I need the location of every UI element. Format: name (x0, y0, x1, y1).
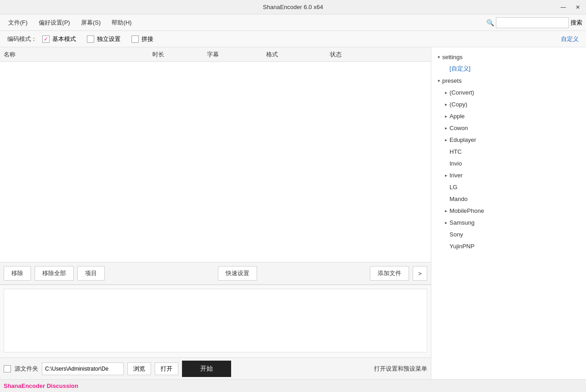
convert-label: (Convert) (450, 89, 474, 96)
eduplayer-label: Eduplayer (450, 136, 476, 143)
info-area (0, 285, 431, 357)
tree-apple[interactable]: Apple (431, 110, 586, 122)
mode-concat-checkbox[interactable] (131, 35, 139, 43)
lg-label: LG (450, 184, 457, 191)
menu-file[interactable]: 文件(F) (4, 17, 32, 29)
mode-independent-checkbox[interactable] (87, 35, 94, 43)
tree-custom[interactable]: [自定义] (431, 63, 586, 75)
add-file-button[interactable]: 添加文件 (370, 266, 409, 281)
mode-independent[interactable]: 独立设置 (87, 35, 121, 43)
discussion-link[interactable]: ShanaEncoder Discussion (4, 382, 78, 389)
tree-eduplayer[interactable]: Eduplayer (431, 134, 586, 146)
htc-label: HTC (450, 148, 462, 155)
status-bar: ShanaEncoder Discussion (0, 379, 586, 392)
tree-samsung[interactable]: Samsung (431, 216, 586, 228)
mando-label: Mando (450, 196, 468, 202)
samsung-label: Samsung (450, 219, 475, 226)
tree-settings[interactable]: settings (431, 51, 586, 63)
tree-htc[interactable]: HTC (431, 146, 586, 157)
invio-label: Invio (450, 160, 462, 167)
toolbar: 编码模式： 基本模式 独立设置 拼接 自定义 (0, 31, 586, 47)
tree-copy[interactable]: (Copy) (431, 98, 586, 110)
settings-arrow (435, 53, 442, 60)
iriver-arrow (442, 171, 450, 179)
tree-yujinpnp[interactable]: YujinPNP (431, 240, 586, 252)
col-name-header: 名称 (4, 50, 131, 59)
close-button[interactable]: ✕ (573, 4, 582, 10)
samsung-arrow (442, 219, 450, 226)
mode-basic-label: 基本模式 (52, 35, 76, 43)
left-panel: 名称 时长 字幕 格式 状态 移除 移除全部 项目 快速设置 添加文件 > 源文… (0, 47, 431, 379)
file-table: 名称 时长 字幕 格式 状态 (0, 47, 431, 262)
tree-cowon[interactable]: Cowon (431, 122, 586, 134)
search-label: 搜索 (571, 19, 582, 27)
tree-sony[interactable]: Sony (431, 228, 586, 240)
custom-label: [自定义] (450, 65, 470, 73)
col-format-header: 格式 (240, 50, 304, 59)
source-folder-checkbox[interactable] (4, 365, 11, 372)
copy-arrow (442, 101, 450, 108)
cowon-label: Cowon (450, 125, 468, 131)
info-textarea[interactable] (4, 289, 427, 352)
search-group: 🔍 搜索 (483, 17, 586, 28)
col-subtitle-header: 字幕 (186, 50, 240, 59)
table-body (0, 62, 431, 262)
apple-arrow (442, 112, 450, 120)
mode-concat-label: 拼接 (141, 35, 153, 43)
bottom-bar: 源文件夹 浏览 打开 开始 打开设置和预设菜单 (0, 357, 431, 379)
iriver-label: Iriver (450, 172, 463, 179)
presets-label: presets (442, 77, 462, 84)
yujinpnp-label: YujinPNP (450, 243, 475, 250)
window-controls: — ✕ (559, 0, 582, 14)
mode-basic-checkbox[interactable] (42, 35, 50, 43)
mode-independent-label: 独立设置 (97, 35, 121, 43)
open-settings-button[interactable]: 打开设置和预设菜单 (374, 365, 427, 373)
minimize-button[interactable]: — (559, 4, 568, 10)
apple-label: Apple (450, 113, 465, 120)
menu-screen[interactable]: 屏幕(S) (76, 17, 105, 29)
button-row: 移除 移除全部 项目 快速设置 添加文件 > (0, 262, 431, 285)
header-area: 文件(F) 偏好设置(P) 屏幕(S) 帮助(H) 🔍 搜索 编码模式： 基本模… (0, 15, 586, 47)
open-button[interactable]: 打开 (155, 362, 178, 375)
tree-presets[interactable]: presets (431, 75, 586, 86)
sony-label: Sony (450, 231, 463, 238)
start-button[interactable]: 开始 (182, 361, 231, 377)
customize-link[interactable]: 自定义 (561, 35, 579, 43)
main-content: 名称 时长 字幕 格式 状态 移除 移除全部 项目 快速设置 添加文件 > 源文… (0, 47, 586, 379)
browse-button[interactable]: 浏览 (127, 362, 151, 375)
search-icon: 🔍 (486, 19, 494, 26)
col-duration-header: 时长 (131, 50, 186, 59)
more-button[interactable]: > (413, 266, 427, 281)
path-input[interactable] (42, 362, 124, 375)
search-input[interactable] (496, 17, 569, 28)
right-panel: settings [自定义] presets (Convert) (Copy) … (431, 47, 586, 379)
cowon-arrow (442, 124, 450, 131)
source-folder-label: 源文件夹 (15, 365, 38, 373)
mode-basic[interactable]: 基本模式 (42, 35, 76, 43)
settings-label: settings (442, 54, 463, 60)
remove-all-button[interactable]: 移除全部 (35, 266, 74, 281)
mode-concat[interactable]: 拼接 (131, 35, 153, 43)
title-bar: ShanaEncoder 6.0 x64 — ✕ (0, 0, 586, 15)
tree-mando[interactable]: Mando (431, 193, 586, 205)
menu-search-row: 文件(F) 偏好设置(P) 屏幕(S) 帮助(H) 🔍 搜索 (0, 15, 586, 31)
menu-help[interactable]: 帮助(H) (107, 17, 136, 29)
copy-label: (Copy) (450, 101, 467, 108)
quick-settings-button[interactable]: 快速设置 (218, 266, 257, 281)
eduplayer-arrow (442, 136, 450, 143)
tree-convert[interactable]: (Convert) (431, 86, 586, 98)
mobilephone-label: MobilePhone (450, 207, 484, 214)
tree-mobilephone[interactable]: MobilePhone (431, 205, 586, 216)
window-title: ShanaEncoder 6.0 x64 (263, 4, 323, 10)
remove-button[interactable]: 移除 (4, 266, 31, 281)
project-button[interactable]: 项目 (77, 266, 105, 281)
mobilephone-arrow (442, 207, 450, 214)
tree-invio[interactable]: Invio (431, 157, 586, 169)
convert-arrow (442, 89, 450, 96)
menu-preferences[interactable]: 偏好设置(P) (34, 17, 75, 29)
table-header: 名称 时长 字幕 格式 状态 (0, 47, 431, 62)
tree-iriver[interactable]: Iriver (431, 169, 586, 181)
tree-lg[interactable]: LG (431, 181, 586, 193)
encoding-mode-label: 编码模式： (7, 35, 37, 43)
mode-group: 基本模式 独立设置 拼接 (42, 35, 153, 43)
